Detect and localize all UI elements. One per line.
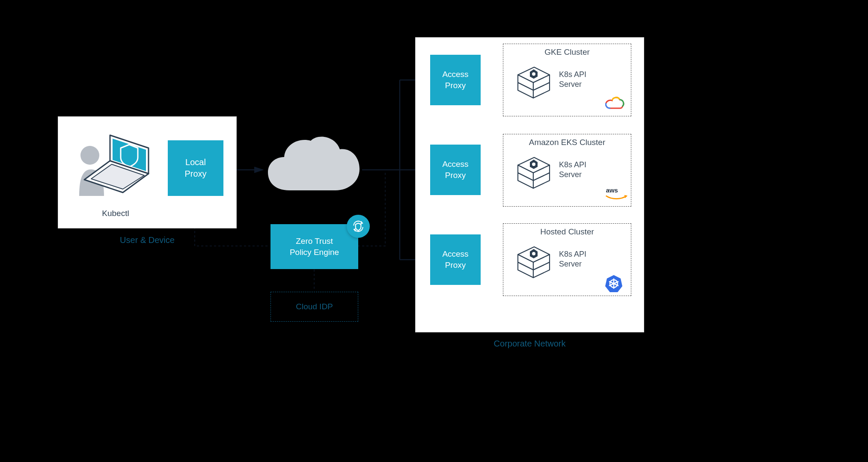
svg-point-37	[532, 252, 535, 255]
server-stack-icon	[515, 156, 552, 190]
k8s-api-label: K8s API Server	[559, 70, 586, 90]
local-proxy-node: Local Proxy	[168, 140, 223, 196]
cloud-idp-label: Cloud IDP	[296, 302, 333, 311]
zero-trust-policy-engine-node: Zero Trust Policy Engine	[271, 224, 358, 269]
svg-text:aws: aws	[606, 187, 618, 194]
svg-point-22	[532, 72, 535, 76]
cluster-box-hosted: Hosted Cluster K8s API Server	[503, 223, 631, 296]
access-proxy-line1: Access	[442, 69, 468, 80]
zero-trust-line2: Policy Engine	[290, 247, 339, 258]
zero-trust-sync-badge-icon	[347, 215, 370, 238]
server-stack-icon	[515, 245, 552, 279]
aws-logo-icon: aws	[604, 185, 625, 202]
local-proxy-line2: Proxy	[184, 168, 206, 180]
cluster-box-eks: Amazon EKS Cluster K8s API Server	[503, 134, 631, 207]
cluster-box-gke: GKE Cluster K8s API Server	[503, 44, 631, 116]
access-proxy-node-1: Access Proxy	[430, 55, 481, 105]
cluster-title: GKE Cluster	[503, 47, 631, 57]
svg-point-29	[532, 163, 535, 166]
access-proxy-node-2: Access Proxy	[430, 145, 481, 195]
k8s-api-label: K8s API Server	[559, 249, 586, 270]
zero-trust-line1: Zero Trust	[296, 236, 333, 247]
kubectl-label: Kubectl	[77, 209, 154, 218]
server-stack-icon	[515, 65, 552, 100]
architecture-diagram: User & Device Kubect	[21, 17, 655, 361]
access-proxy-line2: Proxy	[445, 80, 466, 91]
cloud-icon	[264, 135, 362, 199]
gcp-cloud-icon	[604, 95, 625, 112]
k8s-api-label: K8s API Server	[559, 160, 586, 180]
cloud-idp-node: Cloud IDP	[271, 292, 358, 322]
access-proxy-node-3: Access Proxy	[430, 234, 481, 285]
kubernetes-logo-icon	[604, 274, 625, 291]
svg-point-11	[80, 146, 99, 165]
user-laptop-icon	[71, 132, 156, 204]
corporate-network-label: Corporate Network	[415, 339, 644, 349]
user-device-label: User & Device	[58, 235, 237, 245]
cluster-title: Amazon EKS Cluster	[503, 138, 631, 147]
local-proxy-line1: Local	[185, 157, 206, 168]
cluster-title: Hosted Cluster	[503, 227, 631, 237]
